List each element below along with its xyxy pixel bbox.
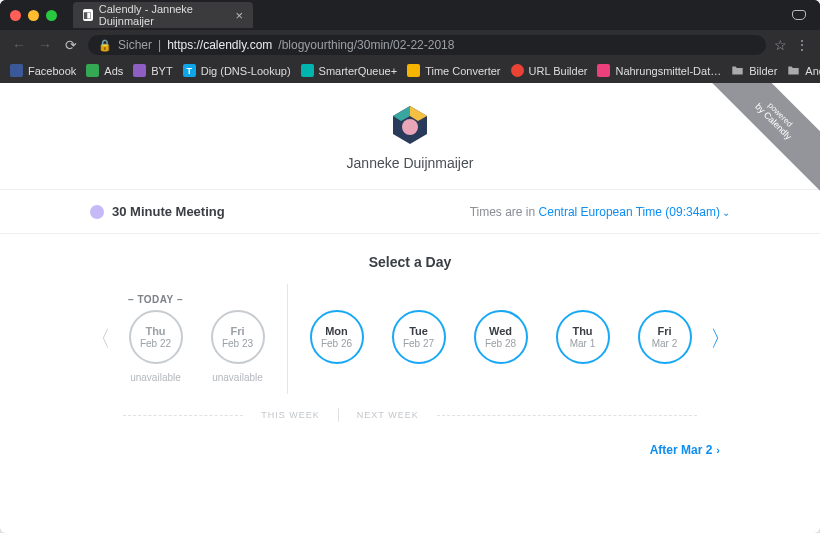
- bookmark-star-icon[interactable]: ☆: [774, 37, 787, 53]
- browser-window: ◧ Calendly - Janneke Duijnmaijer × ← → ⟳…: [0, 0, 820, 533]
- byt-icon: [133, 64, 146, 77]
- week-labels-row: THIS WEEK NEXT WEEK: [0, 408, 820, 422]
- after-link-row: After Mar 2›: [0, 422, 820, 458]
- back-button[interactable]: ←: [10, 37, 28, 53]
- this-week-group: – TODAY – Thu Feb 22 unavailable Fri Feb…: [125, 294, 269, 384]
- address-bar-row: ← → ⟳ 🔒 Sicher | https://calendly.com/bl…: [0, 30, 820, 60]
- select-day-title: Select a Day: [0, 234, 820, 276]
- day-circle[interactable]: Wed Feb 28: [474, 310, 528, 364]
- day-status: unavailable: [212, 372, 263, 384]
- day-mar-1: Thu Mar 1: [552, 294, 614, 384]
- window-side-controls: [792, 10, 812, 20]
- other-bookmarks[interactable]: Andere Lesezeichen: [787, 64, 820, 77]
- smarterqueue-icon: [301, 64, 314, 77]
- bookmarks-bar: Facebook Ads BYT TDig (DNS-Lookup) Smart…: [0, 60, 820, 83]
- today-label: – TODAY –: [128, 294, 183, 306]
- tab-bar: ◧ Calendly - Janneke Duijnmaijer ×: [0, 0, 820, 30]
- profile-logo: [388, 103, 432, 147]
- day-feb-26: Mon Feb 26: [306, 294, 368, 384]
- browser-tab[interactable]: ◧ Calendly - Janneke Duijnmaijer ×: [73, 2, 253, 28]
- ads-icon: [86, 64, 99, 77]
- day-circle[interactable]: Mon Feb 26: [310, 310, 364, 364]
- incognito-icon: [792, 10, 806, 20]
- day-feb-23: Fri Feb 23 unavailable: [207, 294, 269, 384]
- bookmark-url-builder[interactable]: URL Builder: [511, 64, 588, 77]
- chevron-down-icon: ⌄: [722, 207, 730, 218]
- lock-icon: 🔒: [98, 39, 112, 52]
- day-circle[interactable]: Fri Mar 2: [638, 310, 692, 364]
- timezone-area: Times are in Central European Time (09:3…: [470, 205, 730, 219]
- day-feb-27: Tue Feb 27: [388, 294, 450, 384]
- address-bar[interactable]: 🔒 Sicher | https://calendly.com/blogyour…: [88, 35, 766, 55]
- profile-header: Janneke Duijnmaijer: [0, 83, 820, 190]
- url-builder-icon: [511, 64, 524, 77]
- close-window-icon[interactable]: [10, 10, 21, 21]
- next-week-label: NEXT WEEK: [339, 410, 437, 420]
- url-host: https://calendly.com: [167, 38, 272, 52]
- svg-point-3: [402, 119, 418, 135]
- prev-week-button[interactable]: 〈: [83, 324, 117, 354]
- day-circle[interactable]: Tue Feb 27: [392, 310, 446, 364]
- timezone-link[interactable]: Central European Time (09:34am)⌄: [539, 205, 730, 219]
- after-date-link[interactable]: After Mar 2›: [650, 443, 720, 457]
- window-controls: [8, 10, 63, 21]
- next-week-button[interactable]: 〉: [704, 324, 738, 354]
- day-feb-22: – TODAY – Thu Feb 22 unavailable: [125, 294, 187, 384]
- facebook-icon: [10, 64, 23, 77]
- time-converter-icon: [407, 64, 420, 77]
- day-circle: Fri Feb 23: [211, 310, 265, 364]
- nahrungsmittel-icon: [597, 64, 610, 77]
- url-path: /blogyourthing/30min/02-22-2018: [278, 38, 454, 52]
- this-week-label: THIS WEEK: [243, 410, 338, 420]
- meeting-color-dot: [90, 205, 104, 219]
- day-picker: 〈 – TODAY – Thu Feb 22 unavailable Fri F…: [0, 276, 820, 394]
- dig-icon: T: [183, 64, 196, 77]
- meeting-info-row: 30 Minute Meeting Times are in Central E…: [0, 190, 820, 234]
- tab-title: Calendly - Janneke Duijnmaijer: [99, 3, 224, 27]
- reload-button[interactable]: ⟳: [62, 37, 80, 53]
- minimize-window-icon[interactable]: [28, 10, 39, 21]
- profile-name: Janneke Duijnmaijer: [0, 155, 820, 171]
- page-content: poweredby Calendly Janneke Duijnmaijer 3…: [0, 83, 820, 526]
- bookmark-bilder[interactable]: Bilder: [731, 64, 777, 77]
- bookmark-ads[interactable]: Ads: [86, 64, 123, 77]
- meeting-name: 30 Minute Meeting: [112, 204, 225, 219]
- tz-prefix: Times are in: [470, 205, 539, 219]
- week-divider: [287, 284, 288, 394]
- forward-button[interactable]: →: [36, 37, 54, 53]
- folder-icon: [787, 64, 800, 77]
- meeting-left: 30 Minute Meeting: [90, 204, 225, 219]
- bookmark-smarterqueue[interactable]: SmarterQueue+: [301, 64, 398, 77]
- favicon-icon: ◧: [83, 9, 93, 21]
- next-week-group: Mon Feb 26 Tue Feb 27 Wed: [306, 294, 696, 384]
- day-feb-28: Wed Feb 28: [470, 294, 532, 384]
- bookmark-nahrungsmittel[interactable]: Nahrungsmittel-Dat…: [597, 64, 721, 77]
- maximize-window-icon[interactable]: [46, 10, 57, 21]
- day-mar-2: Fri Mar 2: [634, 294, 696, 384]
- secure-label: Sicher: [118, 38, 152, 52]
- bookmark-byt[interactable]: BYT: [133, 64, 172, 77]
- chevron-right-icon: ›: [716, 444, 720, 456]
- browser-chrome: ◧ Calendly - Janneke Duijnmaijer × ← → ⟳…: [0, 0, 820, 83]
- tab-close-icon[interactable]: ×: [235, 9, 243, 22]
- day-status: unavailable: [130, 372, 181, 384]
- bookmark-time-converter[interactable]: Time Converter: [407, 64, 500, 77]
- menu-kebab-icon[interactable]: ⋮: [795, 37, 810, 53]
- bookmark-facebook[interactable]: Facebook: [10, 64, 76, 77]
- folder-icon: [731, 64, 744, 77]
- day-circle: Thu Feb 22: [129, 310, 183, 364]
- day-circle[interactable]: Thu Mar 1: [556, 310, 610, 364]
- bookmark-dig[interactable]: TDig (DNS-Lookup): [183, 64, 291, 77]
